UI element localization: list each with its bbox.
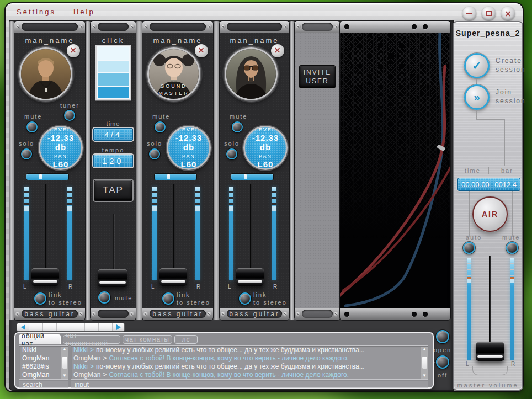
link-stereo-knob[interactable]	[34, 292, 46, 305]
mute-knob[interactable]	[155, 121, 166, 132]
cap-inset	[150, 23, 206, 31]
link-stereo-knob[interactable]	[162, 292, 174, 305]
scrollbar-segment[interactable]	[71, 323, 85, 331]
chat-open-knob[interactable]	[436, 330, 449, 343]
scrollbar-segment[interactable]	[57, 323, 71, 331]
channel-close-button[interactable]	[195, 44, 208, 57]
user-list-scrollbar[interactable]: ▲ ▼	[61, 347, 68, 379]
invite-strip: INVITE USER	[295, 21, 340, 320]
volume-fader[interactable]	[236, 268, 264, 286]
cap-inset	[302, 310, 333, 318]
pan-slider[interactable]	[155, 174, 196, 180]
minimize-button[interactable]	[462, 7, 476, 20]
close-button[interactable]	[501, 7, 515, 20]
beat-segment	[98, 61, 129, 73]
beat-segment	[98, 73, 129, 86]
solo-knob[interactable]	[21, 148, 32, 159]
scrollbar-segment[interactable]	[99, 323, 112, 331]
chat-off-knob[interactable]	[436, 355, 449, 369]
time-signature-display[interactable]: 4/4	[93, 128, 133, 141]
volume-fader[interactable]	[159, 268, 187, 286]
screw-icon	[207, 24, 212, 29]
screw-icon	[221, 24, 226, 29]
menu-help[interactable]: Help	[73, 8, 95, 16]
link-stereo-knob[interactable]	[239, 292, 251, 305]
mute-knob[interactable]	[232, 121, 243, 132]
triangle-up-icon[interactable]: ▲	[62, 347, 67, 352]
level-pan-display[interactable]: LEVEL -12.33 db PAN L60	[167, 126, 211, 170]
triangle-down-icon[interactable]: ▼	[62, 374, 67, 378]
instrument-label: bass guitar	[227, 310, 282, 318]
channels-scrollbar[interactable]	[17, 323, 125, 332]
invite-user-button[interactable]: INVITE USER	[299, 65, 336, 88]
chat-search-input[interactable]	[19, 381, 68, 388]
volume-fader[interactable]	[31, 268, 59, 286]
instrument-label: bass guitar	[150, 310, 206, 318]
channel-cap	[295, 308, 340, 320]
pan-center-tick	[47, 171, 47, 173]
solo-knob[interactable]	[226, 148, 237, 159]
tuner-knob[interactable]	[64, 110, 75, 121]
scrollbar-segment[interactable]	[43, 323, 57, 331]
cap-inset	[98, 310, 129, 318]
connector-line	[512, 191, 513, 237]
auto-knob[interactable]	[463, 242, 475, 254]
level-pan-display[interactable]: LEVEL -12.33 db PAN L60	[39, 126, 83, 170]
screw-icon	[79, 312, 84, 317]
triangle-left-icon	[21, 324, 25, 330]
screw-icon	[79, 24, 84, 29]
link-label: link	[177, 291, 190, 298]
tab-general-chat[interactable]: общий чат	[19, 334, 61, 344]
tab-private-chat[interactable]: лс	[174, 335, 198, 344]
invite-label-2: USER	[306, 77, 328, 86]
pan-slider[interactable]	[231, 174, 273, 180]
mute-label: mute	[24, 113, 42, 120]
level-value: -12.33 db	[40, 133, 81, 152]
rail	[85, 21, 91, 320]
solo-knob[interactable]	[149, 148, 160, 159]
master-fader[interactable]	[476, 342, 504, 361]
join-session-button[interactable]: »	[464, 84, 490, 110]
channel-strip-2: man_name SOUNDMASTER mute	[142, 21, 213, 320]
air-button[interactable]: AIR	[472, 196, 508, 232]
chat-message-input[interactable]	[71, 381, 428, 388]
scroll-right-button[interactable]	[112, 323, 124, 331]
pan-slider[interactable]	[26, 174, 68, 180]
channel-close-button[interactable]	[271, 44, 284, 57]
channel-cap	[91, 21, 136, 33]
mesh-panel	[340, 21, 450, 320]
master-mute-knob[interactable]	[506, 242, 518, 254]
triangle-up-icon[interactable]: ▲	[422, 347, 427, 352]
meter-l-label: L	[228, 284, 231, 290]
scrollbar-segment[interactable]	[29, 323, 43, 331]
triangle-down-icon[interactable]: ▼	[422, 374, 427, 378]
click-mute-knob[interactable]	[98, 291, 110, 304]
maximize-button[interactable]	[482, 7, 496, 20]
tap-button[interactable]: TAP	[94, 180, 132, 201]
click-fader[interactable]	[98, 269, 127, 287]
mute-knob[interactable]	[26, 121, 38, 132]
level-pan-display[interactable]: LEVEL -12.33 db PAN L60	[243, 126, 288, 170]
screw-icon	[221, 312, 226, 317]
tuner-label: tuner	[60, 102, 79, 109]
level-meter-left	[24, 187, 29, 280]
channel-cap	[91, 308, 136, 320]
tab-listeners-chat[interactable]: чат слушателей	[63, 335, 120, 344]
scroll-left-button[interactable]	[17, 323, 29, 331]
scrollbar-thumb[interactable]	[422, 357, 427, 369]
mesh-cap	[340, 21, 450, 33]
tempo-display[interactable]: 120	[93, 155, 133, 167]
create-session-button[interactable]: ✓	[464, 53, 490, 78]
menu-settings[interactable]: Settings	[17, 8, 56, 16]
screw-icon	[15, 312, 20, 317]
screw-icon	[334, 312, 339, 317]
level-meter-right	[195, 187, 200, 280]
messages-scrollbar[interactable]: ▲ ▼	[421, 347, 428, 379]
scrollbar-segment[interactable]	[85, 323, 99, 331]
channel-close-button[interactable]	[67, 44, 80, 57]
tab-room-chat[interactable]: чат комнаты	[123, 335, 172, 344]
hole	[344, 24, 349, 29]
close-icon	[505, 10, 511, 17]
scrollbar-thumb[interactable]	[62, 357, 67, 369]
cables-graphic	[340, 33, 450, 308]
